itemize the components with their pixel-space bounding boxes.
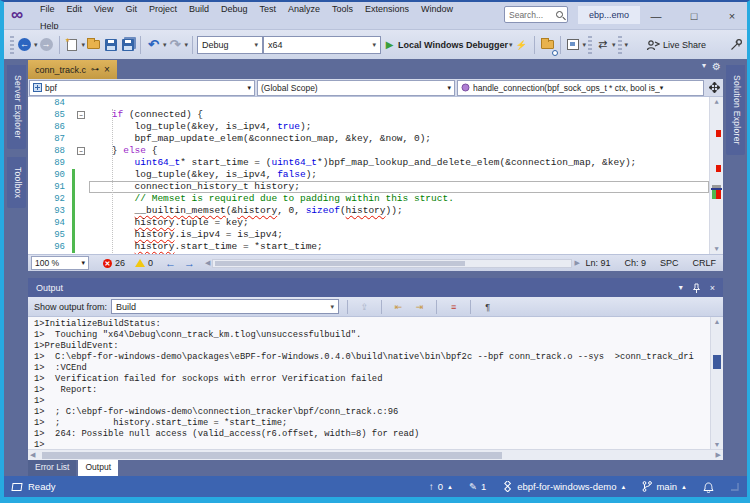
split-window-icon[interactable] [706,80,722,96]
output-horizontal-scrollbar[interactable]: ◀ ▶ [28,449,723,460]
menu-item-window[interactable]: Window [415,3,459,15]
code-line-96[interactable]: 96 history.start_time = *start_time; [28,241,723,253]
editor-options-gear-icon[interactable]: ⚙ [712,61,721,72]
member-dropdown[interactable]: handle_connection(bpf_sock_ops_t * ctx, … [457,80,704,96]
navigate-back-button[interactable]: ← [16,36,33,54]
toolbar-grip[interactable] [10,36,14,54]
code-editor[interactable]: 8485– if (connected) {86 log_tuple(&key,… [28,97,723,254]
find-in-files-button[interactable] [539,36,556,54]
code-line-84[interactable]: 84 [28,97,723,109]
fold-margin[interactable] [75,97,89,109]
panel-tab-error-list[interactable]: Error List [28,460,76,476]
spaces-indicator[interactable]: SPC [660,258,679,268]
line-ending-indicator[interactable]: CRLF [692,258,716,268]
column-indicator[interactable]: Ch: 9 [624,258,646,268]
next-message-icon[interactable]: ⇥ [411,298,428,316]
scroll-thumb[interactable] [42,452,502,459]
menu-item-build[interactable]: Build [183,3,215,15]
live-share-button[interactable]: Live Share [663,40,706,50]
output-source-dropdown[interactable]: Build▾ [111,299,339,314]
menu-item-edit[interactable]: Edit [61,3,89,15]
start-debugging-label[interactable]: Local Windows Debugger [398,40,508,50]
save-button[interactable] [102,36,119,54]
fold-margin[interactable] [75,121,89,133]
output-log[interactable]: 1>InitializeBuildStatus:1> Touching "x64… [28,316,723,449]
menu-item-debug[interactable]: Debug [215,3,254,15]
toolbar-overflow-3[interactable]: ▾ [625,41,629,49]
code-line-95[interactable]: 95 history.is_ipv4 = is_ipv4; [28,229,723,241]
fold-margin[interactable] [75,205,89,217]
tab-conn-track-c[interactable]: conn_track.c ⊶ × [28,60,117,79]
menu-item-file[interactable]: File [34,3,61,15]
menu-item-test[interactable]: Test [253,3,282,15]
tab-list-dropdown-icon[interactable]: ▾ [702,61,706,72]
incoming-commits-button[interactable]: ↑0▲ [429,481,453,492]
open-file-button[interactable] [85,36,102,54]
code-line-93[interactable]: 93 __builtin_memset(&history, 0, sizeof(… [28,205,723,217]
panel-tab-output[interactable]: Output [78,460,118,476]
code-line-89[interactable]: 89 uint64_t* start_time = (uint64_t*)bpf… [28,157,723,169]
toolbar-overflow-2[interactable]: ▾ [612,41,616,49]
compare-files-button[interactable]: ⇄ [594,36,611,54]
pin-tab-icon[interactable]: ⊶ [91,65,99,74]
word-wrap-icon[interactable]: ¶ [479,298,496,316]
close-panel-icon[interactable]: × [710,283,715,293]
code-line-92[interactable]: 92 // Memset is required due to padding … [28,193,723,205]
feedback-pin-icon[interactable] [730,38,743,51]
fold-margin[interactable] [75,241,89,253]
previous-message-icon[interactable]: ⇤ [390,298,407,316]
editor-vertical-scrollbar[interactable]: ▲ ▼ [709,97,723,254]
warning-count[interactable]: 0 [148,258,153,268]
code-line-85[interactable]: 85– if (connected) { [28,109,723,121]
background-tasks-icon[interactable] [11,483,22,491]
undo-button[interactable]: ↶ [145,36,162,54]
resize-grip-icon[interactable] [730,482,739,491]
output-panel-header[interactable]: Output ▾ × [28,278,723,297]
code-line-94[interactable]: 94 history.tuple = key; [28,217,723,229]
pin-panel-icon[interactable] [692,283,701,293]
redo-button[interactable]: ↷ [167,36,184,54]
collapse-icon[interactable]: – [77,111,85,119]
menu-item-extensions[interactable]: Extensions [359,3,415,15]
editor-horizontal-scrollbar[interactable] [212,259,572,268]
fold-margin[interactable]: – [75,145,89,157]
fold-margin[interactable] [75,157,89,169]
code-line-86[interactable]: 86 log_tuple(&key, is_ipv4, true); [28,121,723,133]
nav-forward-arrow-icon[interactable]: → [184,257,195,269]
project-dropdown[interactable]: bpf▾ [29,80,255,96]
output-vertical-scrollbar[interactable]: ▲ ▼ [710,317,723,449]
error-count-icon[interactable]: ✕ [103,259,112,268]
redo-dropdown[interactable]: ▾ [185,41,189,49]
clear-all-icon[interactable]: ≡ [445,298,462,316]
repository-button[interactable]: ebpf-for-windows-demo▲ [502,481,626,492]
nav-back-arrow-icon[interactable]: ← [165,257,176,269]
navigate-forward-button[interactable]: → [38,36,55,54]
close-tab-icon[interactable]: × [104,64,110,75]
toolbar-overflow-1[interactable]: ▾ [583,41,587,49]
code-line-87[interactable]: 87 bpf_map_update_elem(&connection_map, … [28,133,723,145]
close-button[interactable]: × [725,10,739,22]
code-line-88[interactable]: 88– } else { [28,145,723,157]
start-debugging-button[interactable]: ▶ [381,36,398,54]
menu-item-analyze[interactable]: Analyze [282,3,326,15]
error-count[interactable]: 26 [115,258,125,268]
save-all-button[interactable] [119,36,136,54]
window-position-dropdown-icon[interactable]: ▾ [679,283,683,293]
notifications-bell-icon[interactable] [703,481,714,493]
fold-margin[interactable] [75,193,89,205]
zoom-level-dropdown[interactable]: 100 %▾ [31,256,89,270]
maximize-button[interactable]: □ [687,10,701,22]
branch-button[interactable]: main▲ [642,481,687,492]
sidebar-item-solution-explorer[interactable]: Solution Explorer [726,65,745,155]
minimize-button[interactable]: — [649,10,663,22]
hot-reload-icon[interactable]: ⚡ [513,36,530,54]
sync-with-active-document-button[interactable] [565,36,582,54]
menu-item-view[interactable]: View [88,3,119,15]
fold-margin[interactable] [75,169,89,181]
menu-item-git[interactable]: Git [119,3,143,15]
search-input[interactable]: Search... [504,6,568,23]
scroll-thumb[interactable] [713,355,721,369]
find-message-icon[interactable]: ⇪ [356,298,373,316]
fold-margin[interactable] [75,217,89,229]
fold-margin[interactable]: – [75,109,89,121]
